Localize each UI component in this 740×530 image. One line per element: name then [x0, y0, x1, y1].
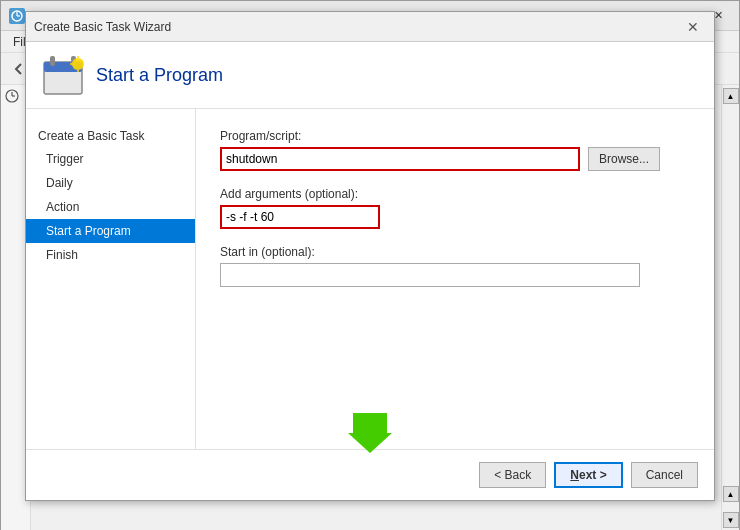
program-input[interactable] — [220, 147, 580, 171]
start-label: Start in (optional): — [220, 245, 690, 259]
wizard-content: Program/script: Browse... Add arguments … — [196, 109, 714, 449]
dialog-header-icon — [42, 54, 84, 96]
wizard-step-finish[interactable]: Finish — [26, 243, 195, 267]
next-arrow-indicator — [348, 413, 392, 456]
dialog-header-title: Start a Program — [96, 65, 223, 86]
program-field-row: Browse... — [220, 147, 690, 171]
browse-button[interactable]: Browse... — [588, 147, 660, 171]
dialog-footer: < Back Next > Cancel — [26, 449, 714, 500]
dialog-title: Create Basic Task Wizard — [34, 20, 680, 34]
args-input[interactable] — [220, 205, 380, 229]
dialog-close-button[interactable]: ✕ — [680, 17, 706, 37]
program-label: Program/script: — [220, 129, 690, 143]
dialog-overlay: Create Basic Task Wizard ✕ — [1, 1, 739, 529]
dialog-header: Start a Program — [26, 42, 714, 109]
svg-rect-8 — [50, 56, 55, 66]
task-scheduler-window: Task Scheduler ─ □ ✕ File — [0, 0, 740, 530]
args-field-group: Add arguments (optional): — [220, 187, 690, 229]
next-underline-char: N — [570, 468, 579, 482]
start-field-row — [220, 263, 690, 287]
wizard-step-action[interactable]: Action — [26, 195, 195, 219]
start-field-group: Start in (optional): — [220, 245, 690, 287]
svg-marker-15 — [348, 413, 392, 453]
dialog-titlebar: Create Basic Task Wizard ✕ — [26, 12, 714, 42]
wizard-section-label: Create a Basic Task — [26, 125, 195, 147]
args-field-row — [220, 205, 690, 229]
next-button-label: Next > — [570, 468, 606, 482]
svg-point-10 — [72, 58, 84, 70]
back-button[interactable]: < Back — [479, 462, 546, 488]
wizard-steps: Create a Basic Task Trigger Daily Action… — [26, 109, 196, 449]
create-basic-task-dialog: Create Basic Task Wizard ✕ — [25, 11, 715, 501]
wizard-step-daily[interactable]: Daily — [26, 171, 195, 195]
args-label: Add arguments (optional): — [220, 187, 690, 201]
wizard-step-trigger[interactable]: Trigger — [26, 147, 195, 171]
dialog-body: Create a Basic Task Trigger Daily Action… — [26, 109, 714, 449]
wizard-step-start-program[interactable]: Start a Program — [26, 219, 195, 243]
cancel-button[interactable]: Cancel — [631, 462, 698, 488]
start-input[interactable] — [220, 263, 640, 287]
program-field-group: Program/script: Browse... — [220, 129, 690, 171]
next-button[interactable]: Next > — [554, 462, 622, 488]
